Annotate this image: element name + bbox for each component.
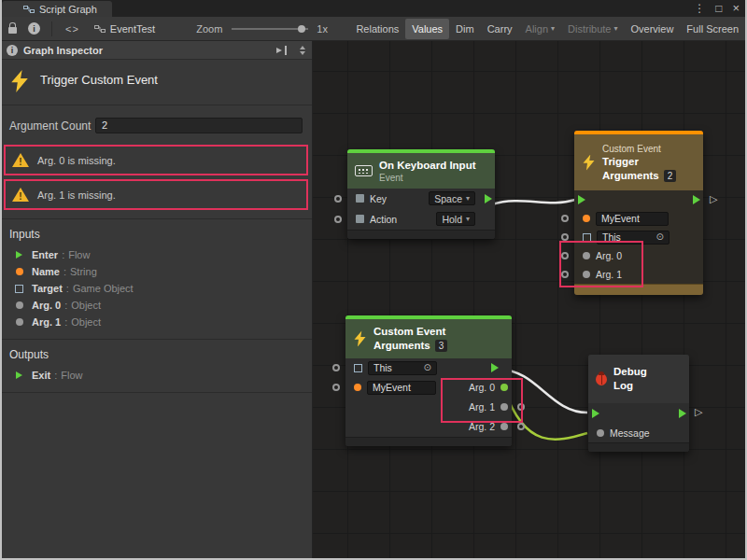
tab-script-graph[interactable]: Script Graph [2, 1, 112, 17]
flow-in-port[interactable] [592, 409, 599, 418]
pin-type: Object [71, 316, 101, 328]
input-pin-target: Target : Game Object [0, 280, 312, 297]
dim-button[interactable]: Dim [449, 19, 481, 39]
target-row: This ⊙ [345, 358, 512, 378]
pin-type: Flow [61, 370, 82, 381]
keycode-icon [356, 194, 364, 203]
pin-type: Object [71, 300, 101, 311]
graph-icon [94, 23, 106, 35]
warning-arg0: Arg. 0 is missing. [4, 145, 308, 175]
node-footer [588, 442, 689, 452]
message-label: Message [610, 427, 650, 439]
node-header: Debug Log [588, 355, 689, 403]
tab-label: Script Graph [39, 4, 97, 15]
carry-button[interactable]: Carry [481, 19, 519, 39]
object-picker-icon[interactable]: ⊙ [424, 363, 431, 372]
input-port[interactable] [332, 384, 340, 391]
argument-count-row: Argument Count 2 [0, 105, 312, 142]
flow-arrow-icon [12, 251, 26, 259]
flow-out-port[interactable] [491, 363, 499, 372]
overview-button[interactable]: Overview [625, 19, 681, 39]
info-icon[interactable] [28, 22, 40, 35]
inspector-header: Graph Inspector [0, 41, 312, 60]
input-port[interactable] [334, 216, 342, 223]
inspector-header-title: Graph Inspector [23, 45, 103, 56]
keyboard-icon [355, 165, 373, 176]
object-dot-icon [597, 429, 604, 437]
arg-label: Arg. 1 [596, 269, 622, 280]
dropdown-value: Space [434, 193, 462, 204]
input-port[interactable] [561, 271, 569, 278]
input-port[interactable] [561, 215, 569, 222]
breadcrumb-icon[interactable]: <> [65, 23, 79, 35]
input-port[interactable] [334, 195, 342, 203]
event-name-field[interactable]: MyEvent [596, 212, 669, 226]
lock-icon[interactable] [8, 27, 17, 34]
output-port[interactable] [517, 403, 525, 411]
flow-out-port[interactable] [485, 194, 492, 203]
node-debug-log[interactable]: Debug Log Message [588, 355, 689, 452]
window-menu-icon[interactable] [694, 1, 705, 16]
flow-in-port[interactable] [578, 195, 585, 204]
align-button[interactable]: Align▾ [519, 19, 561, 39]
argument-count-input[interactable]: 2 [95, 118, 303, 133]
close-icon[interactable] [732, 1, 740, 16]
target-field[interactable]: This ⊙ [368, 361, 437, 375]
input-port[interactable] [561, 233, 569, 241]
string-dot-icon [12, 268, 26, 275]
connected-port-dot[interactable] [500, 384, 508, 391]
object-dot-icon [583, 252, 590, 259]
action-dropdown[interactable]: Hold ▾ [436, 212, 475, 226]
target-value: This [374, 362, 392, 373]
string-dot-icon [583, 215, 590, 222]
message-row: Message [588, 423, 689, 442]
zoom-slider[interactable] [232, 28, 308, 30]
full-screen-button[interactable]: Full Screen [680, 19, 745, 39]
input-port[interactable] [332, 364, 340, 371]
target-field[interactable]: This ⊙ [597, 231, 669, 245]
output-port-dot[interactable] [500, 403, 508, 411]
node-custom-event[interactable]: Custom Event Arguments3 This ⊙ MyEvent A… [345, 315, 512, 446]
tab-bar: Script Graph [0, 0, 747, 17]
object-dot-icon [583, 271, 590, 278]
node-subtitle: Event [379, 173, 476, 183]
pin-separator: : [54, 370, 57, 381]
object-picker-icon[interactable]: ⊙ [656, 232, 664, 242]
output-pin-exit: Exit : Flow [0, 367, 312, 384]
input-port[interactable] [561, 252, 569, 259]
chevron-down-icon: ▾ [466, 194, 470, 203]
arg2-row: Arg. 2 [345, 417, 512, 437]
flow-out-port[interactable] [679, 409, 686, 418]
arg1-row: Arg. 1 [345, 398, 512, 417]
output-port[interactable] [517, 423, 525, 430]
event-name-field[interactable]: MyEvent [367, 381, 436, 395]
game-object-cube-icon [354, 364, 362, 372]
dock-panel-icon[interactable] [276, 46, 289, 55]
pin-name: Name [32, 266, 60, 277]
key-dropdown[interactable]: Space ▾ [429, 191, 475, 205]
node-header: Custom Event Trigger Arguments2 [574, 134, 703, 190]
input-pin-arg0: Arg. 0 : Object [0, 297, 312, 314]
graph-inspector-panel: Graph Inspector Trigger Custom Event Arg… [0, 41, 313, 560]
node-footer [345, 437, 512, 446]
flow-out-port[interactable] [693, 195, 700, 204]
zoom-label: Zoom [196, 23, 222, 35]
values-button[interactable]: Values [405, 19, 449, 39]
node-on-keyboard-input[interactable]: On Keyboard Input Event Key Space ▾ Acti… [347, 149, 495, 239]
node-footer [347, 230, 495, 239]
node-trigger-custom-event[interactable]: Custom Event Trigger Arguments2 MyEvent … [574, 131, 703, 295]
event-name-row: MyEvent [574, 209, 703, 228]
panel-spinner[interactable] [300, 46, 305, 55]
node-header: On Keyboard Input Event [347, 153, 495, 189]
zoom-slider-knob[interactable] [298, 25, 305, 33]
section-divider [0, 392, 312, 393]
maximize-icon[interactable] [715, 1, 722, 16]
relations-button[interactable]: Relations [349, 19, 405, 39]
distribute-button[interactable]: Distribute▾ [561, 19, 624, 39]
target-value: This [602, 231, 621, 243]
graph-canvas[interactable]: On Keyboard Input Event Key Space ▾ Acti… [313, 41, 747, 560]
output-port-dot[interactable] [500, 423, 508, 430]
arg-label: Arg. 0 [596, 250, 622, 261]
pin-type: Flow [68, 249, 90, 260]
flow-row [574, 190, 703, 209]
